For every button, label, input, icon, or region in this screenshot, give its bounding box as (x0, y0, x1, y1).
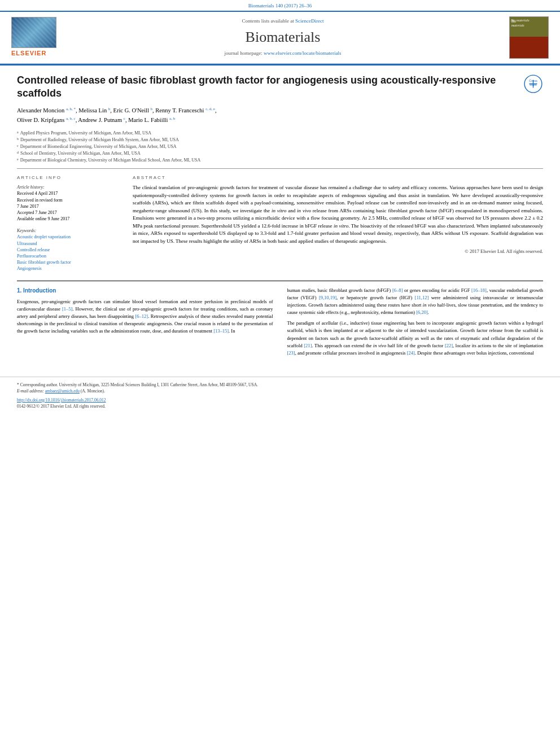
article-info-header: ARTICLE INFO (17, 174, 121, 181)
footer-note: * Corresponding author. University of Mi… (0, 382, 560, 409)
intro-right-col: human studies, basic fibroblast growth f… (287, 287, 544, 357)
intro-right-text: human studies, basic fibroblast growth f… (287, 287, 544, 357)
journal-homepage: journal homepage: www.elsevier.com/locat… (68, 50, 498, 57)
footer-doi-line: http://dx.doi.org/10.1016/j.biomaterials… (17, 397, 543, 403)
author-5: Oliver D. Kripfgans a, b, c, (17, 117, 77, 123)
revised-label: Received in revised form (17, 197, 121, 203)
intro-section-title: 1. Introduction (17, 287, 273, 295)
journal-title: Biomaterials (68, 27, 498, 47)
keywords-header: Keywords: (17, 228, 121, 234)
elsevier-label: ELSEVIER (11, 49, 46, 58)
revised-date: 7 June 2017 (17, 203, 121, 209)
accepted-date: Accepted 7 June 2017 (17, 209, 121, 216)
keyword-5: Basic fibroblast growth factor (17, 259, 121, 265)
received-date: Received 4 April 2017 (17, 190, 121, 196)
available-date: Available online 9 June 2017 (17, 216, 121, 222)
affiliations: a Applied Physics Program, University of… (17, 130, 543, 164)
affil-1: a Applied Physics Program, University of… (17, 130, 543, 137)
journal-header: ELSEVIER Contents lists available at Sci… (0, 11, 560, 64)
section-divider (17, 168, 543, 169)
keyword-1: Acoustic droplet vaporization (17, 234, 121, 240)
abstract-column: ABSTRACT The clinical translation of pro… (133, 174, 543, 272)
authors-section: Alexander Moncion a, b, *, Melissa Lin b… (17, 106, 543, 125)
citation-bar: Biomaterials 140 (2017) 26–36 (0, 0, 560, 11)
crossmark-badge: Cross Mark (523, 74, 543, 96)
intro-columns: 1. Introduction Exogenous, pro-angiogeni… (17, 287, 543, 357)
footer-email: E-mail address: ambaez@umich.edu (A. Mon… (17, 388, 543, 394)
email-link[interactable]: ambaez@umich.edu (45, 388, 80, 394)
homepage-link[interactable]: www.elsevier.com/locate/biomaterials (264, 50, 341, 56)
copyright-line: © 2017 Elsevier Ltd. All rights reserved… (133, 248, 543, 255)
author-3: Eric G. O'Neill b, (113, 107, 154, 113)
article-content: Controlled release of basic fibroblast g… (0, 65, 560, 366)
elsevier-image (11, 17, 56, 48)
elsevier-logo: ELSEVIER (11, 17, 56, 58)
keyword-3: Controlled release (17, 247, 121, 253)
intro-para2: The paradigm of acellular (i.e., inducti… (287, 320, 544, 357)
article-title: Controlled release of basic fibroblast g… (17, 74, 523, 101)
sciencedirect-text: Contents lists available at ScienceDirec… (68, 18, 498, 25)
intro-left-col: 1. Introduction Exogenous, pro-angiogeni… (17, 287, 273, 357)
affil-2: b Department of Radiology, University of… (17, 137, 543, 143)
keyword-2: Ultrasound (17, 241, 121, 247)
footer-corresponding: * Corresponding author. University of Mi… (17, 382, 543, 388)
affil-5: e Department of Biological Chemistry, Un… (17, 157, 543, 164)
introduction-section: 1. Introduction Exogenous, pro-angiogeni… (17, 281, 543, 357)
author-2: Melissa Lin b, (78, 107, 112, 113)
affil-3: c Department of Biomedical Engineering, … (17, 143, 543, 150)
author-6: Andrew J. Putnam c, (78, 117, 126, 123)
author-7: Mario L. Fabiilli a, b (128, 117, 175, 123)
abstract-text: The clinical translation of pro-angiogen… (133, 184, 543, 245)
svg-rect-2 (510, 37, 549, 59)
info-abstract-columns: ARTICLE INFO Article history: Received 4… (17, 174, 543, 272)
intro-left-text: Exogenous, pro-angiogenic growth factors… (17, 298, 273, 335)
author-1: Alexander Moncion a, b, *, (17, 107, 77, 113)
author-names: Alexander Moncion a, b, *, Melissa Lin b… (17, 106, 543, 125)
history-label: Article history: (17, 184, 121, 190)
affil-4: d School of Dentistry, University of Mic… (17, 150, 543, 157)
author-4: Renny T. Franceschi c, d, e, (155, 107, 216, 113)
footer-issn: 0142-9612/© 2017 Elsevier Ltd. All right… (17, 403, 543, 409)
svg-text:Bio: Bio (511, 20, 516, 23)
page-footer: * Corresponding author. University of Mi… (0, 377, 560, 409)
citation-text: Biomaterials 140 (2017) 26–36 (248, 3, 312, 8)
article-title-section: Controlled release of basic fibroblast g… (17, 74, 543, 101)
article-info-column: ARTICLE INFO Article history: Received 4… (17, 174, 121, 272)
abstract-header: ABSTRACT (133, 174, 543, 181)
keywords-section: Keywords: Acoustic droplet vaporization … (17, 228, 121, 272)
svg-text:materials: materials (511, 24, 524, 27)
journal-center: Contents lists available at ScienceDirec… (56, 18, 509, 57)
keyword-4: Perfluorocarbon (17, 253, 121, 259)
doi-link[interactable]: http://dx.doi.org/10.1016/j.biomaterials… (17, 397, 106, 403)
sciencedirect-link[interactable]: ScienceDirect (295, 18, 323, 24)
keyword-6: Angiogenesis (17, 265, 121, 272)
journal-thumbnail: Bio materials (509, 16, 549, 59)
